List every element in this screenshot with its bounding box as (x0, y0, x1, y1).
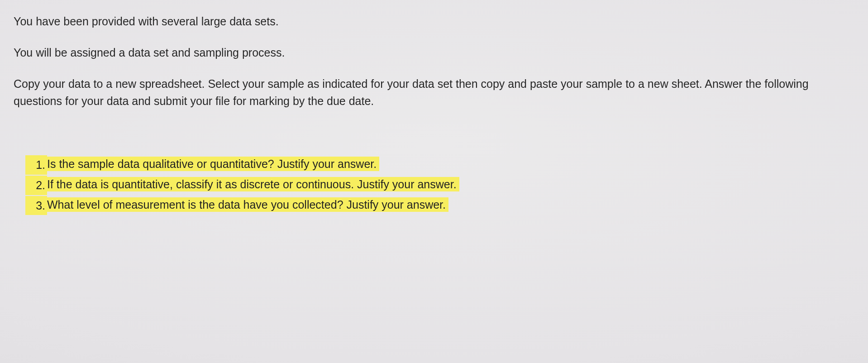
intro-line-3: Copy your data to a new spreadsheet. Sel… (14, 75, 854, 110)
question-3-text: What level of measurement is the data ha… (45, 197, 448, 212)
question-1: Is the sample data qualitative or quanti… (45, 155, 854, 173)
question-2-text: If the data is quantitative, classify it… (45, 177, 459, 191)
instructions-block: You have been provided with several larg… (14, 13, 854, 110)
intro-line-1: You have been provided with several larg… (14, 13, 854, 30)
question-2: If the data is quantitative, classify it… (45, 176, 854, 193)
question-1-text: Is the sample data qualitative or quanti… (45, 157, 379, 171)
question-3: What level of measurement is the data ha… (45, 196, 854, 214)
intro-line-2: You will be assigned a data set and samp… (14, 44, 854, 62)
question-list: Is the sample data qualitative or quanti… (14, 155, 854, 213)
